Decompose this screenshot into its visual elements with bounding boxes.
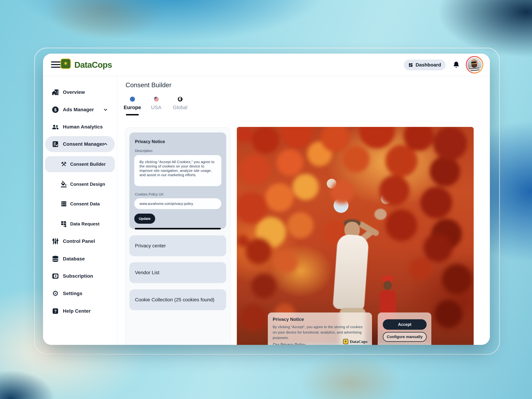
section-label: Cookie Collection (25 cookies found) — [135, 297, 214, 303]
accept-button[interactable]: Accept — [383, 319, 427, 330]
section-vendor-list[interactable]: Vendor List — [129, 262, 226, 283]
hamburger-menu-icon[interactable] — [51, 62, 60, 68]
section-cookie-collection[interactable]: Cookie Collection (25 cookies found) — [129, 289, 226, 310]
update-button[interactable]: Update — [134, 214, 155, 224]
sidebar-item-consent-manager[interactable]: Consent Manager — [45, 136, 115, 152]
section-privacy-center[interactable]: Privacy center — [129, 235, 226, 256]
sidebar-item-settings[interactable]: ⚙ Settings — [45, 286, 115, 301]
tab-label: Global — [173, 105, 187, 110]
app-window: ✶ DataCops Dashboard Overview $ Ads Man — [43, 54, 490, 345]
database-icon — [51, 255, 59, 263]
server-list-icon — [60, 200, 67, 207]
banner-brand: ✶ DataCops — [343, 339, 367, 344]
tab-global[interactable]: Global — [171, 96, 190, 115]
chevron-down-icon — [103, 107, 108, 112]
datacops-mini-badge-icon: ✶ — [343, 339, 348, 344]
consent-preview-image: Privacy Notice By clicking “Accept”, you… — [237, 127, 474, 345]
banner-title: Privacy Notice — [273, 317, 367, 322]
sidebar-label: Data Request — [70, 221, 100, 227]
usa-flag-icon — [154, 96, 159, 102]
svg-text:?: ? — [54, 309, 57, 313]
sidebar-label: Subscription — [63, 273, 93, 279]
bell-icon[interactable] — [452, 61, 460, 69]
sidebar-item-help-center[interactable]: ? Help Center — [45, 303, 115, 319]
brand-name: DataCops — [74, 54, 112, 76]
sidebar-item-control-panel[interactable]: Control Panel — [45, 233, 115, 249]
privacy-notice-title: Privacy Notice — [135, 139, 165, 144]
crossed-tools-icon: ⚒ — [60, 161, 67, 168]
description-textarea[interactable]: By clicking “Accept All Cookies,” you ag… — [134, 155, 221, 186]
sidebar-label: Overview — [63, 89, 85, 95]
consent-editor-panel: Privacy Notice Description By clicking “… — [125, 127, 231, 345]
sidebar-label: Human Analytics — [63, 124, 103, 130]
sidebar-label: Database — [63, 256, 85, 262]
datacops-logo-icon: ✶ — [60, 58, 71, 69]
topbar: ✶ DataCops Dashboard — [43, 54, 490, 76]
user-avatar[interactable] — [466, 56, 483, 74]
sidebar-item-consent-data[interactable]: Consent Data — [45, 196, 115, 212]
dashboard-label: Dashboard — [416, 62, 441, 68]
people-icon — [51, 123, 59, 131]
sidebar-label: Consent Builder — [70, 162, 106, 167]
svg-text:$: $ — [54, 107, 57, 112]
banner-body: By clicking “Accept”, you agree to the s… — [273, 324, 367, 340]
sidebar-label: Consent Design — [70, 181, 105, 187]
tab-label: Europe — [124, 105, 141, 110]
sidebar-item-subscription[interactable]: Subscription — [45, 268, 115, 284]
sidebar-item-consent-builder[interactable]: ⚒ Consent Builder — [45, 156, 115, 172]
region-tabs: Europe USA Global — [123, 96, 194, 115]
sidebar-label: Help Center — [63, 308, 91, 314]
sliders-icon — [51, 237, 59, 245]
sidebar-label: Consent Data — [70, 201, 100, 207]
home-building-icon — [51, 88, 59, 96]
globe-icon — [177, 96, 183, 102]
foliage-art — [237, 127, 253, 143]
banner-brand-name: DataCops — [350, 339, 367, 344]
sheriff-star-icon: ✶ — [63, 60, 69, 67]
question-icon: ? — [51, 307, 59, 315]
sidebar-label: Control Panel — [63, 238, 95, 244]
cookies-policy-url-label: Cookies Policy Url — [135, 192, 163, 196]
chevron-up-icon — [103, 142, 108, 147]
sidebar-item-consent-design[interactable]: Consent Design — [45, 176, 115, 192]
configure-manually-button[interactable]: Configure manually — [383, 332, 427, 342]
sidebar-item-database[interactable]: Database — [45, 251, 115, 267]
description-label: Description — [135, 149, 152, 153]
tab-usa[interactable]: USA — [147, 96, 166, 115]
sidebar-label: Settings — [63, 291, 82, 296]
table-export-icon — [60, 220, 67, 228]
avatar-photo — [467, 58, 482, 72]
section-label: Privacy center — [135, 243, 166, 249]
sidebar-item-data-request[interactable]: Data Request — [45, 216, 115, 232]
page-title: Consent Builder — [126, 81, 171, 89]
sidebar: Overview $ Ads Manager Human Analytics C… — [43, 76, 117, 345]
document-check-icon — [51, 140, 59, 148]
dashboard-button[interactable]: Dashboard — [404, 60, 446, 70]
sidebar-item-ads-manager[interactable]: $ Ads Manager — [45, 102, 115, 118]
background-person-figure — [383, 281, 392, 290]
gear-icon: ⚙ — [51, 289, 59, 298]
dashboard-grid-icon — [408, 63, 413, 67]
accordion-indicator-bar — [135, 228, 221, 230]
sidebar-label: Ads Manager — [63, 107, 94, 112]
dollar-circle-icon: $ — [51, 106, 59, 114]
sidebar-item-overview[interactable]: Overview — [45, 84, 115, 100]
section-label: Vendor List — [135, 270, 159, 275]
consent-banner-notice: Privacy Notice By clicking “Accept”, you… — [268, 312, 372, 345]
active-tab-underline — [126, 114, 139, 115]
tab-label: USA — [151, 105, 161, 110]
sidebar-label: Consent Manager — [63, 141, 104, 147]
cookies-policy-url-input[interactable] — [134, 198, 221, 209]
eu-flag-icon — [130, 96, 135, 102]
tab-europe[interactable]: Europe — [123, 96, 142, 115]
sidebar-item-human-analytics[interactable]: Human Analytics — [45, 119, 115, 135]
privacy-notice-card: Privacy Notice Description By clicking “… — [129, 132, 226, 229]
paint-fill-icon — [60, 181, 67, 188]
consent-banner-actions: Accept Configure manually — [378, 312, 431, 345]
card-icon — [51, 272, 59, 280]
